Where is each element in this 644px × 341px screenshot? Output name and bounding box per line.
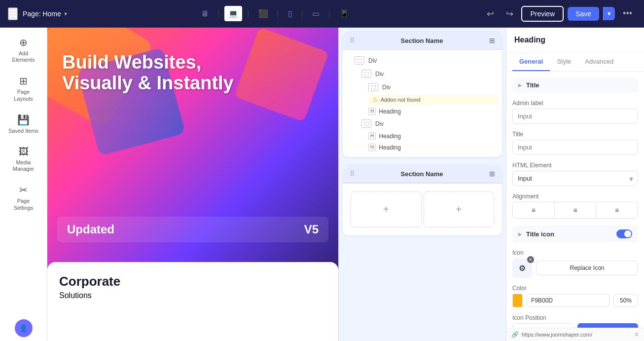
- gear-icon: ⚙: [519, 264, 526, 273]
- badge-left: Updated: [67, 223, 114, 236]
- tree-item-label: Div: [375, 71, 384, 77]
- page-layouts-icon: ⊞: [19, 75, 28, 87]
- tree-item-label: Div: [368, 57, 377, 64]
- tablet-landscape-btn[interactable]: ⬛: [254, 6, 272, 21]
- color-swatch[interactable]: [512, 294, 523, 307]
- plus-icon: +: [456, 204, 462, 215]
- color-field: Color: [512, 285, 638, 307]
- section-1-title: Section Name: [401, 37, 443, 44]
- tree-panel: ⠿ Section Name ⊞ ⬚ Div ⬚ Div ⬚ Div ⚠: [338, 28, 506, 341]
- title-icon-label: Title icon: [526, 230, 612, 238]
- mobile-landscape-btn[interactable]: ▭: [308, 6, 323, 21]
- alignment-field: Alignment ≡ ≡ ≡: [512, 193, 638, 219]
- heading-icon: H: [368, 108, 376, 115]
- save-dropdown-button[interactable]: ▾: [603, 7, 615, 20]
- canvas-background: Build Websites, Visually & Instantly Upd…: [47, 28, 338, 341]
- canvas-card: Corporate Solutions: [47, 262, 338, 341]
- list-item[interactable]: H Heading: [343, 106, 502, 117]
- alignment-label-text: Alignment: [512, 193, 638, 200]
- add-column-1-button[interactable]: +: [351, 191, 422, 227]
- tree-item-label: Div: [375, 120, 384, 127]
- align-left-button[interactable]: ≡: [513, 202, 554, 218]
- plus-icon: +: [383, 204, 389, 215]
- icon-badge: ✕: [527, 256, 534, 263]
- tab-advanced[interactable]: Advanced: [578, 53, 620, 71]
- section-2-title: Section Name: [401, 170, 443, 178]
- admin-label-input[interactable]: [512, 109, 638, 124]
- mobile-btn[interactable]: 📱: [335, 6, 353, 21]
- sidebar-item-page-layouts[interactable]: ⊞ Page Layouts: [4, 70, 43, 107]
- add-column-2-button[interactable]: +: [424, 191, 495, 227]
- media-manager-icon: 🖼: [19, 146, 29, 157]
- tab-general[interactable]: General: [512, 53, 550, 71]
- list-item[interactable]: ⬚ Div: [343, 80, 502, 94]
- expand-grid-icon[interactable]: ⊞: [489, 170, 495, 178]
- replace-icon-button[interactable]: Replace Icon: [536, 261, 638, 275]
- heading-icon: H: [368, 144, 376, 151]
- icon-field: Icon ⚙ ✕ Replace Icon: [512, 249, 638, 278]
- expand-grid-icon[interactable]: ⊞: [489, 37, 495, 44]
- title-icon-section-row[interactable]: ▶ Title icon: [512, 226, 638, 242]
- redo-button[interactable]: ↪: [502, 6, 517, 21]
- avatar[interactable]: 👤: [15, 319, 33, 337]
- list-item[interactable]: H Heading: [343, 130, 502, 142]
- save-button[interactable]: Save: [568, 7, 599, 21]
- before-title-button[interactable]: Before Title: [512, 323, 573, 328]
- separator: |: [277, 9, 279, 18]
- list-item[interactable]: ⬚ Div: [343, 67, 502, 80]
- alignment-group: ≡ ≡ ≡: [512, 202, 638, 219]
- sidebar-item-page-settings[interactable]: ✂ Page Settings: [4, 179, 43, 216]
- sidebar-bottom: 👤: [15, 319, 33, 337]
- desktop-btn[interactable]: 💻: [224, 6, 242, 21]
- sidebar-item-add-elements[interactable]: ⊕ Add Elements: [4, 32, 43, 68]
- badge-right: V5: [304, 223, 319, 236]
- sidebar-item-saved-items[interactable]: 💾 Saved Items: [4, 109, 43, 139]
- icon-row: ⚙ ✕ Replace Icon: [512, 258, 638, 278]
- list-item[interactable]: H Heading: [343, 142, 502, 153]
- sidebar-item-media-manager[interactable]: 🖼 Media Manager: [4, 141, 43, 177]
- separator: |: [328, 9, 330, 18]
- heading-label: Heading: [379, 108, 401, 115]
- tablet-btn[interactable]: ▯: [284, 6, 296, 21]
- color-opacity-input[interactable]: [613, 294, 638, 307]
- div-icon: ⬚: [361, 119, 371, 128]
- sidebar-item-label: Media Manager: [8, 159, 39, 172]
- align-right-button[interactable]: ≡: [596, 202, 638, 218]
- more-options-button[interactable]: •••: [619, 6, 636, 21]
- html-element-label-text: HTML Element: [512, 162, 638, 169]
- after-title-button[interactable]: After Title: [577, 323, 639, 328]
- align-center-button[interactable]: ≡: [554, 202, 596, 218]
- close-icon[interactable]: ✕: [634, 331, 639, 338]
- list-item[interactable]: ⬚ Div: [343, 117, 502, 130]
- preview-button[interactable]: Preview: [521, 6, 564, 22]
- sidebar-item-label: Page Layouts: [8, 89, 39, 102]
- props-tabs: General Style Advanced: [506, 53, 644, 72]
- tree-item-label: Div: [382, 84, 391, 91]
- title-field: Title: [512, 131, 638, 155]
- canvas-hero-text: Build Websites, Visually & Instantly: [62, 52, 259, 94]
- page-label: Page: Home: [23, 10, 61, 18]
- html-element-select[interactable]: Input h1h2h3 h4h5h6 pdivspan: [512, 171, 638, 186]
- title-input[interactable]: [512, 140, 638, 155]
- drag-handle-icon[interactable]: ⠿: [350, 170, 355, 178]
- title-icon-toggle[interactable]: [616, 229, 632, 238]
- tab-style[interactable]: Style: [550, 53, 578, 71]
- topbar-right: ↩ ↪ Preview Save ▾ •••: [483, 6, 636, 22]
- sidebar-item-label: Saved Items: [8, 128, 38, 134]
- page-selector[interactable]: Page: Home ▾: [23, 10, 67, 18]
- list-item[interactable]: ⬚ Div: [343, 54, 502, 67]
- tree-section-1-header: ⠿ Section Name ⊞: [343, 32, 502, 50]
- card-title: Corporate: [59, 274, 326, 289]
- title-section-row[interactable]: ▶ Title: [512, 77, 638, 93]
- menu-button[interactable]: ☰: [8, 7, 18, 20]
- desktop-large-btn[interactable]: 🖥: [197, 6, 213, 21]
- undo-button[interactable]: ↩: [483, 6, 498, 21]
- admin-label-text: Admin label: [512, 100, 638, 107]
- canvas[interactable]: Build Websites, Visually & Instantly Upd…: [47, 28, 338, 341]
- warning-label: Addon not found: [381, 97, 421, 103]
- drag-handle-icon[interactable]: ⠿: [350, 37, 355, 44]
- heading-label: Heading: [379, 133, 401, 140]
- url-bar: 🔗 https://www.joomshaper.com/ ✕: [506, 328, 644, 341]
- separator: |: [247, 9, 249, 18]
- color-hex-input[interactable]: [527, 294, 609, 307]
